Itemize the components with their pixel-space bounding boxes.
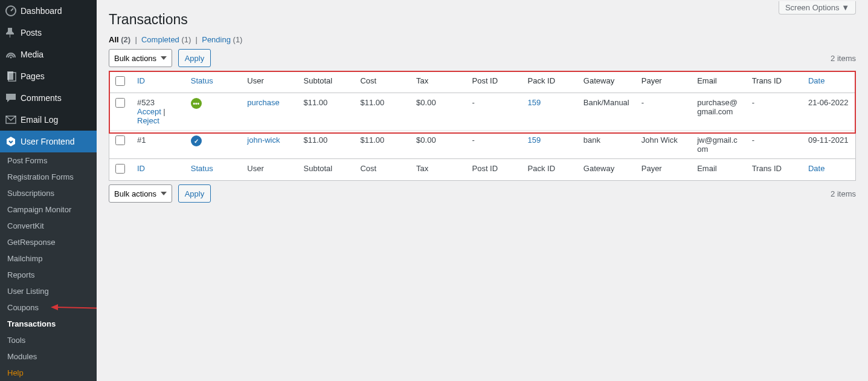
col-tax-foot: Tax [410,159,466,181]
col-user-foot: User [241,159,297,181]
submenu-item-user-listing[interactable]: User Listing [0,283,97,299]
col-status-foot[interactable]: Status [191,164,213,173]
submenu-item-transactions[interactable]: Transactions [0,316,97,332]
table-row: #1✓john-wick$11.00$11.00$0.00-159bankJoh… [109,131,856,159]
menu-item-label: Pages [21,71,45,81]
filter-pending[interactable]: Pending (1) [202,35,242,44]
col-postid-foot: Post ID [466,159,521,181]
apply-button-bottom[interactable]: Apply [178,184,211,203]
col-subtotal-foot: Subtotal [298,159,355,181]
select-all-bottom[interactable] [115,164,125,174]
items-count-top: 2 items [831,54,856,63]
col-gateway-foot: Gateway [577,159,635,181]
submenu-item-post-forms[interactable]: Post Forms [0,152,97,169]
frontend-icon [5,135,17,148]
media-icon [5,48,17,60]
svg-point-1 [10,57,12,59]
screen-options-label: Screen Options [785,3,840,12]
dashboard-icon [5,5,17,17]
col-id-foot[interactable]: ID [137,164,145,173]
cell-trans_id: - [746,131,802,159]
filter-all[interactable]: All (2) [109,35,130,44]
submenu-item-getresponse[interactable]: GetResponse [0,234,97,250]
tablenav-top: Bulk actions Apply 2 items [109,49,856,67]
menu-item-label: Posts [21,28,42,37]
menu-item-label: Media [21,50,43,59]
cell-post_id: - [466,131,521,159]
pin-icon [5,27,17,39]
pack-id-link[interactable]: 159 [528,135,541,145]
submenu-user-frontend: Post FormsRegistration FormsSubscription… [0,152,97,381]
menu-item-label: Email Log [21,115,58,125]
filter-completed[interactable]: Completed (1) [141,35,191,44]
bulk-actions-select-bottom[interactable]: Bulk actions [109,184,172,203]
dropdown-icon: ▼ [841,3,849,12]
col-cost-foot: Cost [354,159,410,181]
admin-sidebar: DashboardPostsMediaPagesCommentsEmail Lo… [0,0,97,381]
submenu-item-convertkit[interactable]: ConvertKit [0,218,97,234]
menu-item-media[interactable]: Media [0,44,97,65]
page-title: Transactions [109,6,856,30]
svg-line-5 [56,307,97,308]
highlight-annotation [109,71,856,134]
items-count-bottom: 2 items [831,189,856,198]
bulk-actions-select-top[interactable]: Bulk actions [109,49,172,67]
mail-icon [5,114,17,126]
menu-item-email-log[interactable]: Email Log [0,109,97,131]
submenu-item-tools[interactable]: Tools [0,332,97,348]
status-completed-icon: ✓ [191,135,202,146]
submenu-item-mailchimp[interactable]: Mailchimp [0,250,97,267]
cell-payer: John Wick [635,131,691,159]
menu-item-user-frontend[interactable]: User Frontend [0,131,97,152]
col-email-foot: Email [691,159,745,181]
menu-item-label: Comments [21,93,62,103]
menu-item-dashboard[interactable]: Dashboard [0,0,97,22]
tablenav-bottom: Bulk actions Apply 2 items [109,184,856,203]
cell-cost: $11.00 [354,131,410,159]
menu-item-comments[interactable]: Comments [0,87,97,109]
cell-tax: $0.00 [410,131,466,159]
col-payer-foot: Payer [635,159,691,181]
table-footer-row: ID Status User Subtotal Cost Tax Post ID… [109,159,856,181]
col-packid-foot: Pack ID [522,159,577,181]
arrow-annotation [50,301,97,313]
cell-subtotal: $11.00 [298,131,355,159]
menu-item-pages[interactable]: Pages [0,65,97,87]
transaction-id: #1 [137,135,146,145]
submenu-item-modules[interactable]: Modules [0,348,97,365]
submenu-item-campaign-monitor[interactable]: Campaign Monitor [0,201,97,218]
page-icon [5,70,17,82]
menu-item-posts[interactable]: Posts [0,22,97,44]
cell-gateway: bank [577,131,635,159]
comment-icon [5,92,17,104]
svg-marker-6 [51,304,58,310]
row-select[interactable] [115,135,125,145]
menu-item-label: Dashboard [21,6,62,16]
cell-email: jw@gmail.com [691,131,745,159]
submenu-item-reports[interactable]: Reports [0,267,97,283]
user-link[interactable]: john-wick [247,135,280,145]
submenu-item-registration-forms[interactable]: Registration Forms [0,169,97,185]
status-filter-links: All (2) | Completed (1) | Pending (1) [109,35,856,44]
submenu-item-subscriptions[interactable]: Subscriptions [0,185,97,201]
apply-button-top[interactable]: Apply [178,49,211,67]
col-transid-foot: Trans ID [746,159,802,181]
cell-date: 09-11-2021 [802,131,856,159]
main-content: Screen Options ▼ Transactions All (2) | … [97,0,868,381]
menu-item-label: User Frontend [21,137,74,146]
submenu-item-help[interactable]: Help [0,365,97,381]
col-date-foot[interactable]: Date [808,164,825,173]
screen-options-button[interactable]: Screen Options ▼ [779,1,856,15]
